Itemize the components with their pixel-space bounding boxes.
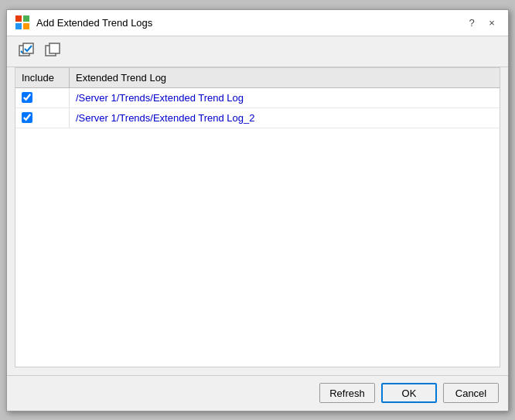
- app-icon: [15, 15, 30, 30]
- cell-trend-log-2: /Server 1/Trends/Extended Trend Log_2: [70, 108, 500, 128]
- column-include: Include: [15, 68, 70, 87]
- dialog: Add Extended Trend Logs ? ×: [6, 9, 509, 411]
- check-none-icon: [44, 42, 61, 61]
- toolbar: [7, 36, 508, 67]
- select-all-icon: [18, 42, 35, 59]
- check-none-button[interactable]: [41, 40, 64, 62]
- title-bar-left: Add Extended Trend Logs: [15, 15, 152, 30]
- svg-rect-3: [23, 23, 29, 29]
- svg-rect-7: [49, 43, 60, 53]
- refresh-button[interactable]: Refresh: [319, 383, 375, 403]
- svg-rect-0: [15, 15, 22, 22]
- svg-rect-5: [23, 43, 33, 53]
- table-body: /Server 1/Trends/Extended Trend Log /Ser…: [15, 88, 500, 367]
- footer: Refresh OK Cancel: [7, 375, 508, 411]
- close-button[interactable]: ×: [483, 14, 500, 31]
- check-all-icon: [18, 42, 35, 61]
- checkbox-1[interactable]: [22, 92, 32, 103]
- table-container: Include Extended Trend Log /Server 1/Tre…: [15, 67, 500, 367]
- cancel-button[interactable]: Cancel: [443, 383, 499, 403]
- table-row: /Server 1/Trends/Extended Trend Log_2: [15, 108, 500, 128]
- svg-rect-1: [23, 15, 29, 22]
- svg-rect-2: [15, 23, 22, 29]
- checkbox-2[interactable]: [22, 112, 32, 123]
- cell-include-1: [15, 88, 70, 108]
- ok-button[interactable]: OK: [381, 383, 437, 403]
- table-header: Include Extended Trend Log: [15, 68, 500, 88]
- dialog-title: Add Extended Trend Logs: [36, 17, 152, 29]
- cell-trend-log-1: /Server 1/Trends/Extended Trend Log: [70, 88, 500, 108]
- table-row: /Server 1/Trends/Extended Trend Log: [15, 88, 500, 108]
- column-trend-log: Extended Trend Log: [70, 68, 500, 87]
- cell-include-2: [15, 108, 70, 128]
- help-button[interactable]: ?: [463, 14, 480, 31]
- title-bar: Add Extended Trend Logs ? ×: [7, 10, 508, 36]
- deselect-all-icon: [44, 42, 61, 59]
- title-bar-right: ? ×: [463, 14, 500, 31]
- check-all-button[interactable]: [15, 40, 38, 62]
